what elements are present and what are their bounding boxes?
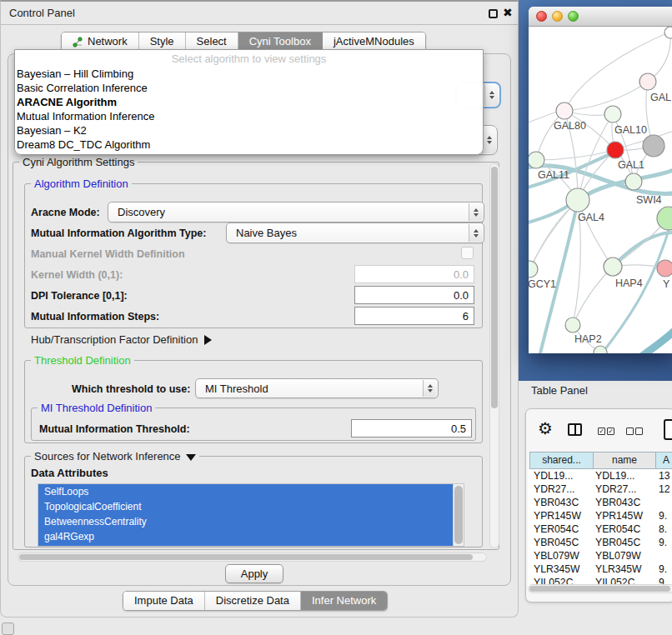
panel-corner-button[interactable]: [2, 622, 14, 635]
tab-cyni-toolbox[interactable]: Cyni Toolbox: [238, 32, 323, 51]
dpi-tolerance-value: 0.0: [454, 289, 469, 302]
scrollbar-thumb[interactable]: [454, 486, 463, 544]
list-item[interactable]: gal4RGexp: [38, 529, 453, 544]
kernel-width-value: 0.0: [454, 268, 469, 281]
table-row[interactable]: YDL19...YDL19...13: [528, 469, 672, 482]
settings-group-title: Cyni Algorithm Settings: [19, 156, 138, 168]
mi-steps-label: Mutual Information Steps:: [31, 311, 159, 322]
network-node-GAL80[interactable]: [556, 102, 573, 119]
table-row[interactable]: YBR045CYBR045C9.: [528, 536, 672, 549]
network-canvas[interactable]: GALGAL80GAL10GAL1GAL11GAL4SWI4GCY1HAP4YH…: [529, 27, 672, 353]
tab-jactivemnodules[interactable]: jActiveMNodules: [323, 32, 425, 51]
list-item[interactable]: BetweennessCentrality: [38, 514, 453, 529]
scrollbar-thumb[interactable]: [529, 586, 670, 592]
table-row[interactable]: YPR145WYPR145W9.: [528, 509, 672, 522]
table-row[interactable]: YBL079WYBL079W: [528, 549, 672, 562]
control-panel-window: Control Panel ✖ Network Style Select Cyn…: [0, 0, 519, 618]
network-node-GAL11[interactable]: [529, 152, 544, 168]
list-scrollbar[interactable]: [453, 484, 464, 546]
stepper-icon: [469, 203, 483, 221]
table-cell: 8.: [655, 522, 672, 536]
column-header-name[interactable]: name: [593, 452, 656, 469]
tab-select[interactable]: Select: [186, 32, 238, 51]
mi-algorithm-type-combo[interactable]: Naive Bayes: [226, 222, 484, 243]
settings-horizontal-scrollbar[interactable]: [18, 552, 487, 562]
network-node-GAL1[interactable]: [625, 173, 642, 190]
kernel-width-input[interactable]: 0.0: [354, 265, 474, 283]
network-node-gray[interactable]: [643, 135, 664, 157]
aracne-mode-label: Aracne Mode:: [31, 207, 100, 218]
mi-steps-input[interactable]: 6: [354, 307, 474, 325]
checked-checkbox-icon[interactable]: ✓: [607, 428, 614, 435]
popup-item-mutual-information[interactable]: Mutual Information Inference: [15, 109, 483, 123]
network-node-GAL4[interactable]: [566, 188, 589, 212]
table-row[interactable]: YDR27...YDR27...12: [528, 482, 672, 496]
network-node-HAP2[interactable]: [565, 318, 580, 332]
hub-definition-toggle[interactable]: Hub/Transcription Factor Definition: [31, 333, 212, 346]
table-row[interactable]: YBR043CYBR043C: [528, 496, 672, 509]
table-horizontal-scrollbar[interactable]: [528, 584, 672, 593]
mi-algorithm-type-value: Naive Bayes: [236, 227, 297, 239]
tab-infer-network[interactable]: Infer Network: [301, 592, 387, 610]
network-node-SWI4[interactable]: [657, 207, 672, 230]
unchecked-checkbox-icon[interactable]: [626, 428, 634, 435]
mi-threshold-input[interactable]: 0.5: [351, 419, 472, 438]
table-row[interactable]: YER054CYER054C8.: [528, 522, 672, 536]
float-window-icon[interactable]: [489, 9, 498, 18]
tab-label: Cyni Toolbox: [249, 32, 311, 51]
aracne-mode-combo[interactable]: Discovery: [108, 202, 484, 222]
settings-vertical-scrollbar[interactable]: [489, 163, 499, 548]
manual-kernel-label: Manual Kernel Width Definition: [31, 248, 185, 260]
columns-icon[interactable]: [568, 423, 582, 436]
close-icon[interactable]: ✖: [503, 6, 513, 19]
unchecked-checkbox-icon[interactable]: [635, 428, 643, 435]
popup-item-bayesian-k2[interactable]: Bayesian – K2: [15, 123, 483, 138]
popup-item-basic-correlation[interactable]: Basic Correlation Inference: [15, 81, 483, 95]
network-node-HAP4[interactable]: [604, 258, 622, 276]
list-item[interactable]: SelfLoops: [38, 484, 453, 499]
close-traffic-light[interactable]: [536, 11, 547, 22]
node-label: GAL1: [618, 159, 644, 171]
network-node-GAL[interactable]: [639, 73, 656, 90]
network-node-red[interactable]: [607, 142, 624, 158]
list-item-partial[interactable]: [38, 544, 453, 546]
data-attributes-list[interactable]: SelfLoops TopologicalCoefficient Between…: [38, 483, 464, 547]
column-header-shared-name[interactable]: shared...: [529, 452, 594, 469]
network-node-Y[interactable]: [657, 260, 672, 277]
network-node-bottom[interactable]: [594, 346, 607, 353]
stepper-icon: [469, 224, 483, 242]
zoom-traffic-light[interactable]: [568, 11, 579, 22]
network-node-GCY1[interactable]: [529, 261, 538, 278]
window-title: Control Panel: [9, 7, 75, 19]
sources-group-title[interactable]: Sources for Network Inference: [31, 450, 199, 462]
network-node-tiny[interactable]: [664, 27, 672, 38]
checked-checkbox-icon[interactable]: ✓: [598, 428, 605, 435]
which-threshold-combo[interactable]: MI Threshold: [195, 378, 439, 398]
popup-item-dream8[interactable]: Dream8 DC_TDC Algorithm: [15, 138, 483, 152]
minimize-traffic-light[interactable]: [552, 11, 563, 22]
list-item[interactable]: TopologicalCoefficient: [38, 499, 453, 514]
table-row[interactable]: YLR345WYLR345W9.: [528, 562, 672, 576]
column-header-clipped[interactable]: A: [655, 452, 672, 469]
tab-style[interactable]: Style: [139, 32, 186, 51]
scrollbar-thumb[interactable]: [491, 167, 498, 408]
gear-icon[interactable]: ⚙: [538, 420, 553, 437]
network-node-GAL10[interactable]: [604, 106, 621, 122]
table-cell: YDR27...: [528, 482, 592, 496]
apply-button[interactable]: Apply: [225, 564, 283, 583]
popup-item-aracne[interactable]: ARACNE Algorithm: [15, 95, 483, 109]
scrollbar-thumb[interactable]: [19, 554, 473, 560]
dpi-tolerance-input[interactable]: 0.0: [354, 286, 474, 304]
tab-network[interactable]: Network: [62, 32, 139, 51]
threshold-definition-title: Threshold Definition: [31, 354, 134, 367]
popup-placeholder: Select algorithm to view settings: [15, 52, 483, 67]
tab-discretize-data[interactable]: Discretize Data: [205, 592, 301, 610]
popup-item-bayesian-hill-climbing[interactable]: Bayesian – Hill Climbing: [15, 67, 483, 81]
stepper-icon: [423, 380, 437, 397]
manual-kernel-checkbox[interactable]: [461, 247, 474, 259]
table-cell: YDR27...: [592, 482, 655, 496]
tab-impute-data[interactable]: Impute Data: [123, 592, 205, 610]
node-label: GCY1: [529, 278, 556, 290]
panel-icon[interactable]: [664, 419, 672, 440]
node-label: SWI4: [636, 194, 662, 206]
